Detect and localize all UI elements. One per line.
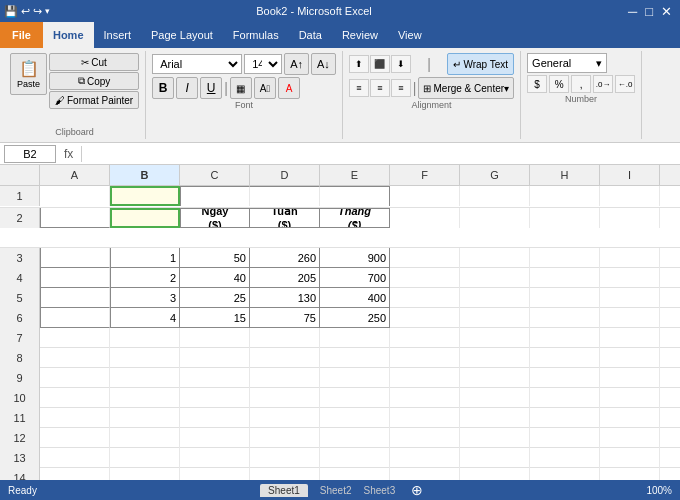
comma-btn[interactable]: , (571, 75, 591, 93)
cell-b13[interactable] (110, 448, 180, 468)
cell-b11[interactable] (110, 408, 180, 428)
align-center-btn[interactable]: ≡ (370, 79, 390, 97)
col-header-d[interactable]: D (250, 165, 320, 185)
cell-g13[interactable] (460, 448, 530, 468)
cell-g11[interactable] (460, 408, 530, 428)
fill-color-btn[interactable]: A⃝ (254, 77, 276, 99)
italic-btn[interactable]: I (176, 77, 198, 99)
col-header-e[interactable]: E (320, 165, 390, 185)
merge-dropdown-icon[interactable]: ▾ (504, 83, 509, 94)
cell-d5[interactable]: 130 (250, 288, 320, 308)
cell-f11[interactable] (390, 408, 460, 428)
cell-e2[interactable]: Tháng ($) (320, 208, 390, 228)
close-btn[interactable]: ✕ (661, 4, 672, 19)
cell-c7[interactable] (180, 328, 250, 348)
cell-i9[interactable] (600, 368, 660, 388)
cell-f12[interactable] (390, 428, 460, 448)
cell-e4[interactable]: 700 (320, 268, 390, 288)
cell-d2[interactable]: Tuần ($) (250, 208, 320, 228)
cell-e1[interactable] (320, 186, 390, 206)
cell-d8[interactable] (250, 348, 320, 368)
cell-c9[interactable] (180, 368, 250, 388)
cell-d3[interactable]: 260 (250, 248, 320, 268)
cell-d9[interactable] (250, 368, 320, 388)
cell-h12[interactable] (530, 428, 600, 448)
cell-b9[interactable] (110, 368, 180, 388)
cell-a3[interactable] (40, 248, 110, 268)
bold-btn[interactable]: B (152, 77, 174, 99)
cell-g7[interactable] (460, 328, 530, 348)
cell-c5[interactable]: 25 (180, 288, 250, 308)
font-size-select[interactable]: 14 (244, 54, 282, 74)
cell-a10[interactable] (40, 388, 110, 408)
tab-data[interactable]: Data (289, 22, 332, 48)
col-header-g[interactable]: G (460, 165, 530, 185)
cell-h1[interactable] (530, 186, 600, 206)
cell-g12[interactable] (460, 428, 530, 448)
cell-i8[interactable] (600, 348, 660, 368)
cell-b6[interactable]: 4 (110, 308, 180, 328)
cell-f2[interactable] (390, 208, 460, 228)
cell-i5[interactable] (600, 288, 660, 308)
align-top-btn[interactable]: ⬆ (349, 55, 369, 73)
cell-g4[interactable] (460, 268, 530, 288)
cell-f4[interactable] (390, 268, 460, 288)
cell-f6[interactable] (390, 308, 460, 328)
cell-h3[interactable] (530, 248, 600, 268)
cell-a11[interactable] (40, 408, 110, 428)
cell-h2[interactable] (530, 208, 600, 228)
cell-f5[interactable] (390, 288, 460, 308)
cell-a9[interactable] (40, 368, 110, 388)
cell-g8[interactable] (460, 348, 530, 368)
cell-h9[interactable] (530, 368, 600, 388)
increase-font-btn[interactable]: A↑ (284, 53, 309, 75)
col-header-b[interactable]: B (110, 165, 180, 185)
sheet-tab-3[interactable]: Sheet3 (364, 485, 396, 496)
cell-b3[interactable]: 1 (110, 248, 180, 268)
cell-e7[interactable] (320, 328, 390, 348)
cell-d11[interactable] (250, 408, 320, 428)
cell-i7[interactable] (600, 328, 660, 348)
align-right-btn[interactable]: ≡ (391, 79, 411, 97)
wrap-text-btn[interactable]: ↵ Wrap Text (447, 53, 514, 75)
cell-a8[interactable] (40, 348, 110, 368)
align-left-btn[interactable]: ≡ (349, 79, 369, 97)
cell-i11[interactable] (600, 408, 660, 428)
col-header-a[interactable]: A (40, 165, 110, 185)
cell-e6[interactable]: 250 (320, 308, 390, 328)
cell-e5[interactable]: 400 (320, 288, 390, 308)
align-middle-btn[interactable]: ⬛ (370, 55, 390, 73)
cell-d13[interactable] (250, 448, 320, 468)
decrease-decimal-btn[interactable]: ←.0 (615, 75, 635, 93)
cell-i1[interactable] (600, 186, 660, 206)
cell-g5[interactable] (460, 288, 530, 308)
cell-b10[interactable] (110, 388, 180, 408)
cell-f9[interactable] (390, 368, 460, 388)
cell-b8[interactable] (110, 348, 180, 368)
cell-reference-input[interactable] (4, 145, 56, 163)
cell-h13[interactable] (530, 448, 600, 468)
sheet-tab-2[interactable]: Sheet2 (320, 485, 352, 496)
cell-a13[interactable] (40, 448, 110, 468)
cell-g1[interactable] (460, 186, 530, 206)
cell-a1[interactable] (40, 186, 110, 206)
align-bottom-btn[interactable]: ⬇ (391, 55, 411, 73)
cell-f8[interactable] (390, 348, 460, 368)
cell-h11[interactable] (530, 408, 600, 428)
cell-c6[interactable]: 15 (180, 308, 250, 328)
quick-access-dropdown[interactable]: ▾ (45, 6, 50, 16)
col-header-c[interactable]: C (180, 165, 250, 185)
cell-f10[interactable] (390, 388, 460, 408)
cell-b2[interactable] (110, 208, 180, 228)
cell-c12[interactable] (180, 428, 250, 448)
cell-g6[interactable] (460, 308, 530, 328)
border-btn[interactable]: ▦ (230, 77, 252, 99)
cell-f13[interactable] (390, 448, 460, 468)
cell-a2[interactable] (40, 208, 110, 228)
format-painter-btn[interactable]: 🖌 Format Painter (49, 91, 139, 109)
minimize-btn[interactable]: ─ (628, 4, 637, 19)
cell-b1[interactable] (110, 186, 180, 206)
cell-e3[interactable]: 900 (320, 248, 390, 268)
cell-h8[interactable] (530, 348, 600, 368)
number-format-dropdown[interactable]: ▾ (596, 57, 602, 70)
